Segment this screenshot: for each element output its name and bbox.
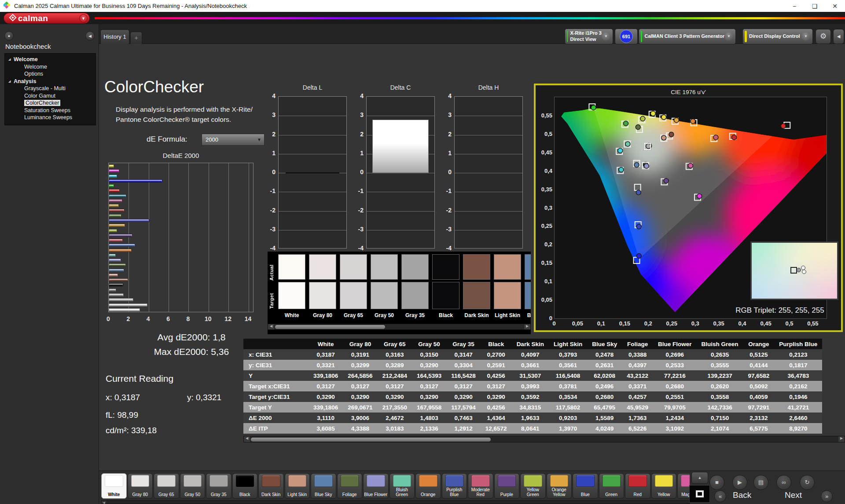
- scroll-left-icon[interactable]: ◀: [244, 436, 250, 442]
- sidebar-item-options[interactable]: Options: [5, 70, 96, 78]
- chevron-down-icon[interactable]: ▼: [602, 32, 610, 41]
- pattern-button-gray-65[interactable]: Gray 65: [154, 473, 179, 499]
- tab-history-1[interactable]: History 1: [100, 29, 129, 44]
- sidebar-item-colorchecker[interactable]: ColorChecker: [5, 99, 96, 107]
- pattern-button-yellow-green[interactable]: Yellow Green: [520, 473, 546, 499]
- minimize-icon[interactable]: −: [784, 3, 805, 10]
- scrollbar-thumb[interactable]: [275, 325, 385, 329]
- pattern-button-gray-50[interactable]: Gray 50: [180, 473, 206, 499]
- sidebar-item-grayscale-multi[interactable]: Grayscale - Multi: [5, 85, 96, 92]
- pattern-button-blue-sky[interactable]: Blue Sky: [311, 473, 336, 499]
- pattern-button-magenta[interactable]: Magenta: [677, 473, 690, 499]
- scroll-left-icon[interactable]: ◀: [268, 324, 274, 329]
- swatch-strip-scrollbar[interactable]: ◀▶: [268, 324, 531, 330]
- table-cell: 116,5428: [446, 370, 481, 381]
- table-header: Light Skin: [549, 339, 587, 349]
- de-formula-select[interactable]: 2000 ▼: [202, 134, 265, 146]
- table-header: Foliage: [622, 339, 653, 349]
- measured-dot-gray-50: [646, 144, 651, 149]
- close-icon[interactable]: ✕: [825, 3, 845, 10]
- pattern-button-green[interactable]: Green: [599, 473, 625, 499]
- sidebar-item-color-gamut[interactable]: Color Gamut: [5, 92, 96, 100]
- scroll-right-icon[interactable]: ▶: [524, 324, 530, 329]
- stop-icon[interactable]: ■: [709, 475, 724, 490]
- pattern-generator-dropdown[interactable]: CalMAN Client 3 Pattern Generator ▼: [639, 29, 736, 44]
- pattern-preview-window[interactable]: [689, 485, 710, 503]
- scroll-left-icon[interactable]: ◀: [102, 501, 106, 504]
- de-bar-primary-yellow: [109, 164, 114, 168]
- chevron-down-icon[interactable]: ▼: [724, 32, 733, 41]
- pattern-label: Foliage: [338, 487, 362, 498]
- pattern-button-black[interactable]: Black: [232, 473, 258, 499]
- maximize-icon[interactable]: ❏: [805, 3, 825, 10]
- table-cell: 0,4257: [622, 391, 653, 402]
- sidebar-item-saturation-sweeps[interactable]: Saturation Sweeps: [5, 107, 96, 114]
- chevron-down-icon[interactable]: ▼: [801, 32, 810, 41]
- save-icon[interactable]: ▤: [753, 475, 768, 490]
- actual-swatch-dark-skin: [463, 254, 490, 280]
- table-cell: 139,2237: [697, 370, 743, 381]
- add-tab-button[interactable]: +: [130, 32, 142, 44]
- de-bar-dark-skin: [109, 278, 128, 281]
- table-cell: 0,7150: [697, 413, 743, 423]
- de-bar-gray-35: [109, 289, 116, 292]
- pattern-button-purple[interactable]: Purple: [494, 473, 520, 499]
- table-cell: 41,2721: [774, 402, 822, 413]
- calman-menu-button[interactable]: calman ▼: [4, 13, 90, 24]
- display-control-dropdown[interactable]: Direct Display Control ▼: [742, 29, 813, 44]
- de-bar-orange-yellow: [109, 224, 125, 227]
- scroll-right-icon[interactable]: ▶: [838, 436, 845, 442]
- pattern-bar-scrollbar[interactable]: ◀: [101, 500, 690, 504]
- pattern-button-gray-80[interactable]: Gray 80: [128, 473, 153, 499]
- inset-measured-dot: [797, 268, 801, 272]
- swatch-label: Gray 65: [340, 312, 367, 318]
- meter-line1: X-Rite i1Pro 3: [570, 30, 602, 36]
- expand-pattern-bar-icon[interactable]: ▲: [691, 472, 708, 484]
- table-cell: 0,3304: [446, 360, 481, 370]
- workflow-options-button[interactable]: ●: [4, 31, 14, 40]
- play-icon[interactable]: ▶: [732, 475, 747, 490]
- swatch-label: Dark Skin: [463, 312, 490, 318]
- meter-dropdown[interactable]: X-Rite i1Pro 3 Direct View ▼: [565, 29, 613, 44]
- pattern-patch-row: WhiteGray 80Gray 65Gray 50Gray 35BlackDa…: [101, 473, 690, 500]
- pattern-button-bluish-green[interactable]: Bluish Green: [389, 473, 415, 499]
- pattern-button-moderate-red[interactable]: Moderate Red: [468, 473, 493, 499]
- next-button[interactable]: Next: [785, 490, 802, 500]
- table-scrollbar[interactable]: ◀ ▶: [243, 436, 845, 442]
- meter-badge-button[interactable]: 691: [615, 29, 638, 44]
- y-tick-label: 4: [438, 92, 452, 99]
- pattern-button-orange-yellow[interactable]: Orange Yellow: [547, 473, 572, 499]
- pattern-button-blue[interactable]: Blue: [573, 473, 598, 499]
- pattern-button-dark-skin[interactable]: Dark Skin: [258, 473, 284, 499]
- logo-dropdown-icon[interactable]: ▼: [79, 14, 88, 22]
- toolbar-collapse-icon[interactable]: ◀: [833, 29, 844, 44]
- pattern-button-gray-35[interactable]: Gray 35: [206, 473, 231, 499]
- sidebar-item-welcome[interactable]: ◢Welcome: [5, 56, 96, 63]
- gear-icon[interactable]: ⚙: [816, 29, 831, 44]
- pattern-button-red[interactable]: Red: [625, 473, 650, 499]
- pattern-button-yellow[interactable]: Yellow: [651, 473, 677, 499]
- back-button[interactable]: Back: [733, 490, 751, 500]
- back-chevron-icon[interactable]: «: [714, 490, 726, 502]
- table-cell: 0,4256: [481, 370, 512, 381]
- loop-icon[interactable]: ∞: [776, 475, 791, 490]
- next-chevron-icon[interactable]: »: [821, 490, 833, 502]
- pattern-button-orange[interactable]: Orange: [415, 473, 441, 499]
- page-title: ColorChecker: [104, 78, 204, 96]
- pattern-button-purplish-blue[interactable]: Purplish Blue: [442, 473, 467, 499]
- expander-icon[interactable]: ◢: [8, 80, 13, 83]
- cie-y-tick-label: 0,4: [536, 168, 552, 174]
- pattern-button-blue-flower[interactable]: Blue Flower: [363, 473, 389, 499]
- expander-icon[interactable]: ◢: [8, 58, 13, 61]
- sidebar-collapse-icon[interactable]: ◀: [85, 31, 95, 40]
- pattern-button-white[interactable]: White: [101, 473, 127, 499]
- pattern-button-light-skin[interactable]: Light Skin: [285, 473, 310, 499]
- pattern-button-foliage[interactable]: Foliage: [337, 473, 363, 499]
- scrollbar-thumb[interactable]: [251, 438, 491, 442]
- sidebar-item-luminance-sweeps[interactable]: Luminance Sweeps: [5, 114, 96, 121]
- sidebar-item-welcome[interactable]: Welcome: [5, 63, 96, 71]
- sidebar-item-analysis[interactable]: ◢Analysis: [5, 78, 96, 85]
- cie-y-tick-label: 0,2: [536, 241, 552, 248]
- gridline: [367, 173, 434, 173]
- refresh-icon[interactable]: ↻: [800, 475, 815, 490]
